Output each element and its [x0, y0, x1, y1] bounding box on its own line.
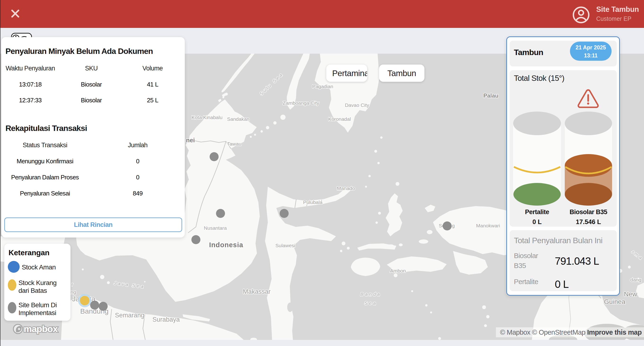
svg-text:Banda: Banda — [360, 292, 381, 297]
svg-text:Tawau: Tawau — [227, 141, 242, 147]
svg-text:Zamboanga City: Zamboanga City — [283, 100, 320, 106]
svg-text:Kota Kinabalu: Kota Kinabalu — [192, 115, 223, 120]
svg-text:Semarang: Semarang — [115, 312, 144, 319]
svg-text:Nusantara: Nusantara — [204, 225, 227, 231]
svg-text:New: New — [624, 291, 638, 298]
svg-text:Makassar: Makassar — [243, 288, 270, 295]
svg-text:Davao City: Davao City — [345, 102, 369, 108]
svg-text:Guinea: Guinea — [604, 298, 626, 305]
svg-text:Ambon: Ambon — [390, 268, 406, 274]
svg-text:Surabaya: Surabaya — [152, 316, 180, 323]
svg-text:Pagadian: Pagadian — [312, 84, 333, 89]
svg-text:Sandakan: Sandakan — [227, 116, 250, 122]
svg-text:Indonesia: Indonesia — [209, 241, 243, 249]
svg-text:Sea: Sea — [364, 301, 377, 306]
svg-text:Sulawesi: Sulawesi — [276, 243, 295, 248]
svg-text:dang: dang — [630, 277, 642, 283]
svg-text:nei: nei — [186, 137, 195, 144]
svg-text:mapbox: mapbox — [24, 324, 58, 334]
svg-text:ng: ng — [70, 289, 76, 295]
svg-text:Palau: Palau — [483, 92, 498, 99]
svg-text:Manokwari: Manokwari — [476, 223, 500, 228]
svg-text:Koronadal: Koronadal — [328, 116, 351, 122]
svg-text:Pulubala: Pulubala — [303, 199, 322, 205]
svg-text:Manado: Manado — [337, 186, 355, 191]
svg-text:r: r — [72, 282, 73, 287]
